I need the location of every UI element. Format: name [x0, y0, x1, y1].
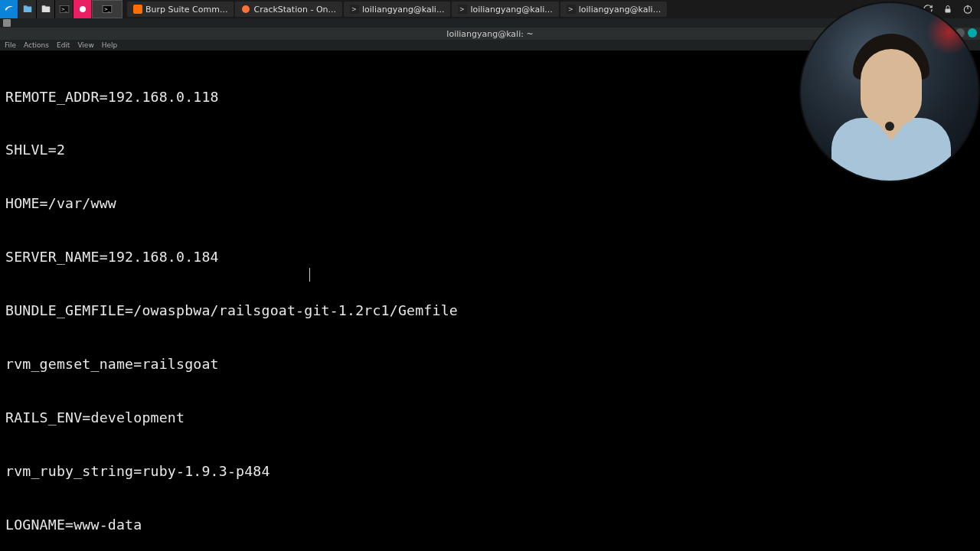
svg-text:>: >	[568, 6, 573, 13]
terminal-launcher-icon[interactable]: >_	[55, 0, 74, 18]
burp-icon	[133, 5, 142, 14]
taskbar-app-terminal-1[interactable]: > loiliangyang@kali...	[344, 2, 450, 17]
menu-edit[interactable]: Edit	[57, 41, 70, 49]
lock-icon[interactable]	[942, 3, 954, 15]
cherrytree-icon[interactable]	[74, 0, 92, 18]
svg-rect-17	[946, 9, 951, 13]
svg-rect-9	[133, 5, 142, 14]
terminal-icon: >	[567, 5, 576, 14]
env-line: HOME=/var/www	[5, 194, 975, 212]
presenter-face	[861, 49, 922, 126]
svg-point-10	[242, 5, 250, 13]
taskbar-app-crackstation[interactable]: CrackStation - On...	[235, 2, 342, 17]
tab-document-icon[interactable]	[3, 19, 11, 27]
svg-rect-1	[23, 5, 27, 7]
svg-text:>_: >_	[104, 7, 110, 12]
terminal-active-icon[interactable]: >_	[92, 0, 122, 18]
file-manager-icon[interactable]	[18, 0, 37, 18]
webcam-overlay	[799, 2, 980, 182]
terminal-icon: >	[458, 5, 467, 14]
taskbar-app-label: loiliangyang@kali...	[579, 5, 661, 15]
taskbar-app-label: Burp Suite Comm...	[145, 5, 227, 15]
power-icon[interactable]	[962, 3, 974, 15]
terminal-icon: >	[350, 5, 359, 14]
menu-view[interactable]: View	[77, 41, 93, 49]
taskbar-running-apps: Burp Suite Comm... CrackStation - On... …	[127, 2, 667, 17]
env-line: SERVER_NAME=192.168.0.184	[5, 248, 975, 266]
menu-actions[interactable]: Actions	[24, 41, 49, 49]
taskbar-launchers: >_ >_	[0, 0, 122, 18]
menu-file[interactable]: File	[5, 41, 16, 49]
taskbar-app-terminal-3[interactable]: > loiliangyang@kali...	[560, 2, 667, 17]
svg-text:>: >	[351, 6, 357, 13]
svg-text:>: >	[459, 6, 465, 13]
desktop-taskbar: >_ >_ Burp Suite Comm... CrackStation - …	[0, 0, 980, 18]
taskbar-app-terminal-2[interactable]: > loiliangyang@kali...	[452, 2, 558, 17]
kali-menu-icon[interactable]	[0, 0, 18, 18]
folder-icon[interactable]	[37, 0, 55, 18]
taskbar-app-burp[interactable]: Burp Suite Comm...	[127, 2, 234, 17]
env-line: RAILS_ENV=development	[5, 409, 975, 426]
close-icon[interactable]	[968, 28, 977, 37]
text-caret-icon	[309, 268, 310, 282]
svg-point-6	[80, 6, 86, 12]
env-line: rvm_gemset_name=railsgoat	[5, 355, 975, 373]
taskbar-app-label: loiliangyang@kali...	[470, 5, 552, 15]
env-line: rvm_ruby_string=ruby-1.9.3-p484	[5, 462, 975, 480]
env-line: BUNDLE_GEMFILE=/owaspbwa/railsgoat-git-1…	[5, 302, 975, 319]
env-line: LOGNAME=www-data	[5, 516, 975, 533]
firefox-icon	[241, 5, 250, 14]
window-title: loiliangyang@kali: ~	[446, 29, 533, 39]
taskbar-app-label: CrackStation - On...	[253, 5, 336, 15]
svg-text:>_: >_	[60, 7, 67, 12]
svg-rect-3	[41, 5, 45, 7]
menu-help[interactable]: Help	[102, 41, 118, 49]
microphone-icon	[885, 122, 894, 131]
taskbar-app-label: loiliangyang@kali...	[362, 5, 444, 15]
